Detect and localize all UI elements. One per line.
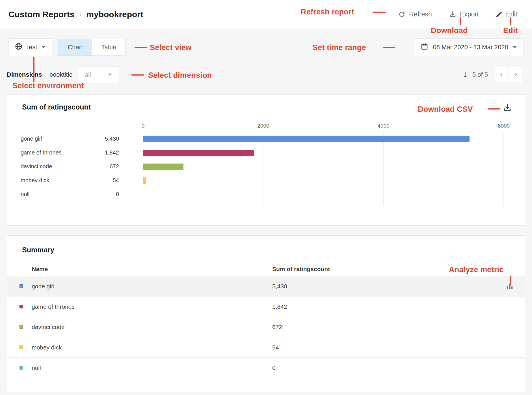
breadcrumb-root[interactable]: Custom Reports [8,10,74,19]
breadcrumb: Custom Reports › mybookreport [8,10,143,19]
axis-tick-label: 4000 [378,123,390,129]
export-button[interactable]: Export [449,10,479,18]
download-icon [503,103,512,113]
legend-swatch [20,284,23,288]
chart-rows: gone girl5,430game of thrones1,842davinc… [21,132,504,201]
chart-row: mobey dick54 [21,173,504,187]
table-row: mobey dick54 [7,337,525,358]
chart-row: davinci code672 [21,160,504,173]
breadcrumb-current: mybookreport [86,10,143,19]
caret-down-icon [513,46,517,48]
annotation-select-view: Select view [150,43,192,52]
dimension-filter-dropdown[interactable]: all [78,66,119,83]
annotation-download-csv: Download CSV [418,105,473,114]
annotation-download: Download [431,26,468,35]
annotation-select-environment: Select environment [12,81,84,90]
chart-category-label: mobey dick [21,177,83,184]
row-value: 5,430 [272,283,505,290]
chart-bar-track [143,164,504,170]
edit-button[interactable]: Edit [496,10,517,18]
axis-tick-label: 0 [142,123,145,129]
summary-card: Summary Name Sum of ratingscount gone gi… [7,235,525,392]
chart-category-label: null [21,191,83,198]
annotation-line-set-time-range [383,47,395,48]
chart-bar-track [143,177,504,184]
chart-bar-track [143,150,504,156]
caret-down-icon [108,74,112,76]
chart-category-label: game of thrones [21,149,83,156]
table-row: null0 [7,358,525,378]
export-label: Export [460,10,479,18]
annotation-line-select-environment [33,57,34,82]
date-range-picker[interactable]: 08 Mar 2020 - 13 Mar 2020 [414,38,524,56]
table-row: game of thrones1,842 [7,297,525,317]
row-name: mobey dick [32,344,272,351]
edit-label: Edit [506,10,517,18]
calendar-icon [421,43,428,52]
annotation-line-download-csv [488,108,500,110]
annotation-line-edit [510,17,511,25]
chart-row: null0 [21,187,504,201]
row-name: davinci code [32,324,272,330]
environment-dropdown[interactable]: test [8,38,52,56]
row-name: gone girl [32,283,272,290]
table-row: davinci code672 [7,317,525,337]
dimensions-bar: Dimensions booktitle all 1 - 5 of 5 ‹ › [0,66,532,83]
annotation-line-download [460,17,461,25]
pagination-next-button[interactable]: › [509,67,522,82]
refresh-label: Refresh [409,10,432,18]
pagination-range: 1 - 5 of 5 [463,71,488,78]
summary-table-header: Name Sum of ratingscount [7,262,525,276]
tab-chart[interactable]: Chart [58,39,92,56]
chart-category-label: davinci code [21,163,83,170]
chart-bar [143,136,470,142]
annotation-edit: Edit [503,26,518,35]
download-csv-button[interactable] [503,103,512,113]
dimensions-label: Dimensions [7,71,42,78]
annotation-line-select-view [135,47,147,48]
chart-bar [143,177,146,184]
environment-value: test [27,44,37,51]
chevron-right-icon: › [514,69,517,79]
column-header-name: Name [32,266,272,272]
dimension-name: booktitle [49,71,73,78]
pagination: 1 - 5 of 5 ‹ › [463,67,522,82]
view-toggle: Chart Table [58,39,126,56]
bar-chart: 0200040006000 gone girl5,430game of thro… [21,122,504,206]
annotation-analyze-metric: Analyze metric [449,265,503,274]
table-row: gone girl5,430 [7,276,525,297]
dimension-filter-value: all [85,71,91,78]
row-name: null [32,364,272,371]
chart-bar [143,164,183,170]
chart-value-label: 5,430 [83,136,119,142]
globe-icon [15,42,23,52]
legend-swatch [20,345,23,349]
refresh-button[interactable]: Refresh [398,10,432,18]
annotation-line-select-dimension [131,74,144,76]
row-name: game of thrones [32,303,272,310]
tab-table[interactable]: Table [92,39,126,56]
chevron-right-icon: › [79,10,82,19]
chevron-left-icon: ‹ [500,69,503,79]
axis-tick-label: 6000 [498,123,510,129]
chart-title: Sum of ratingscount [22,103,91,111]
chart-value-label: 1,842 [83,149,119,156]
annotation-select-dimension: Select dimension [148,71,212,80]
header: Custom Reports › mybookreport Refresh Ex… [0,0,532,29]
chart-bar-track [143,191,504,198]
chart-value-label: 672 [83,163,119,170]
chart-value-label: 0 [83,191,119,198]
axis-tick-label: 2000 [257,123,269,129]
summary-table: Name Sum of ratingscount gone girl5,430g… [7,262,525,378]
row-value: 1,842 [272,303,505,310]
annotation-set-time-range: Set time range [313,43,366,52]
analyze-metric-icon[interactable] [505,282,514,290]
chart-row: gone girl5,430 [21,132,504,146]
chart-card: Sum of ratingscount 0200040006000 gone g… [7,94,525,226]
header-actions: Refresh Export Edit [398,10,517,18]
pagination-prev-button[interactable]: ‹ [495,67,508,82]
date-range-value: 08 Mar 2020 - 13 Mar 2020 [433,44,508,51]
chart-value-label: 54 [83,177,119,184]
chart-bar-track [143,136,504,142]
row-value: 54 [272,344,505,351]
